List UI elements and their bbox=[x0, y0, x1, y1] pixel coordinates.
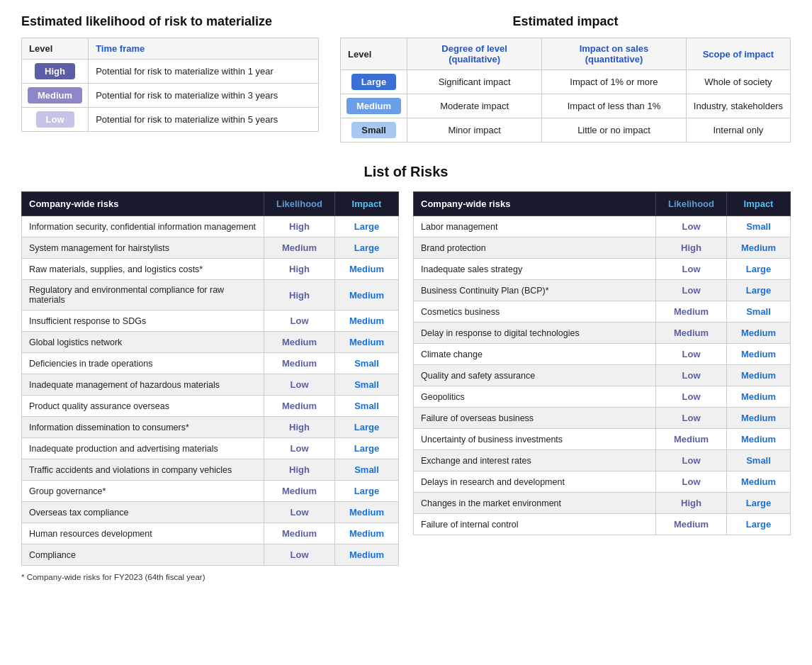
right-risk-likelihood: Medium bbox=[656, 301, 727, 323]
right-risk-name: Geopolitics bbox=[414, 386, 656, 408]
right-risk-row: Geopolitics Low Medium bbox=[414, 386, 791, 408]
left-risk-likelihood: Low bbox=[264, 544, 335, 566]
right-risk-name: Failure of internal control bbox=[414, 514, 656, 535]
left-risk-likelihood: Medium bbox=[264, 481, 335, 502]
right-risk-impact: Medium bbox=[727, 408, 791, 429]
left-risk-name: Global logistics network bbox=[22, 332, 264, 353]
likelihood-row: Low Potential for risk to materialize wi… bbox=[22, 108, 319, 132]
left-risk-impact: Large bbox=[335, 238, 399, 259]
impact-degree: Minor impact bbox=[407, 118, 542, 142]
right-risk-row: Failure of overseas business Low Medium bbox=[414, 408, 791, 429]
impact-scope: Internal only bbox=[686, 118, 790, 142]
right-risk-likelihood: Low bbox=[656, 344, 727, 365]
left-risk-impact: Small bbox=[335, 374, 399, 396]
left-risk-name: Raw materials, supplies, and logistics c… bbox=[22, 259, 264, 280]
right-risk-name: Brand protection bbox=[414, 238, 656, 259]
risks-left-table: Company-wide risks Likelihood Impact Inf… bbox=[21, 191, 399, 566]
right-risk-row: Brand protection High Medium bbox=[414, 238, 791, 259]
left-risk-impact: Small bbox=[335, 396, 399, 417]
right-risk-row: Delays in research and development Low M… bbox=[414, 471, 791, 493]
risks-right-table-container: Company-wide risks Likelihood Impact Lab… bbox=[413, 191, 791, 566]
left-risk-row: Information dissemination to consumers* … bbox=[22, 417, 399, 438]
list-of-risks-section: List of Risks Company-wide risks Likelih… bbox=[21, 164, 791, 581]
impact-col-degree: Degree of level (qualitative) bbox=[407, 38, 542, 70]
impact-col-sales: Impact on sales (quantitative) bbox=[542, 38, 687, 70]
likelihood-row: High Potential for risk to materialize w… bbox=[22, 60, 319, 84]
left-risk-name: Regulatory and environmental compliance … bbox=[22, 280, 264, 311]
risks-heading: List of Risks bbox=[21, 164, 791, 180]
left-risk-name: Overseas tax compliance bbox=[22, 502, 264, 523]
risks-tables-wrapper: Company-wide risks Likelihood Impact Inf… bbox=[21, 191, 791, 566]
right-risk-name: Uncertainty of business investments bbox=[414, 429, 656, 450]
right-risk-likelihood: Low bbox=[656, 365, 727, 386]
right-risk-likelihood: Medium bbox=[656, 514, 727, 535]
left-risk-likelihood: Medium bbox=[264, 238, 335, 259]
right-risk-row: Delay in response to digital technologie… bbox=[414, 323, 791, 344]
left-risk-impact: Large bbox=[335, 417, 399, 438]
left-risk-likelihood: Medium bbox=[264, 353, 335, 374]
right-risk-likelihood: Low bbox=[656, 450, 727, 471]
impact-degree: Moderate impact bbox=[407, 94, 542, 118]
left-risk-row: Human resources development Medium Mediu… bbox=[22, 523, 399, 544]
left-risk-name: System management for hairstylists bbox=[22, 238, 264, 259]
left-risk-impact: Medium bbox=[335, 544, 399, 566]
right-col-likelihood: Likelihood bbox=[656, 192, 727, 216]
left-risk-name: Traffic accidents and violations in comp… bbox=[22, 459, 264, 481]
right-risk-row: Labor management Low Small bbox=[414, 216, 791, 238]
left-risk-likelihood: High bbox=[264, 216, 335, 238]
right-risk-likelihood: Low bbox=[656, 280, 727, 301]
likelihood-timeframe: Potential for risk to materialize within… bbox=[89, 108, 319, 132]
left-risk-impact: Small bbox=[335, 353, 399, 374]
impact-row: Small Minor impact Little or no impact I… bbox=[341, 118, 791, 142]
left-col-risk: Company-wide risks bbox=[22, 192, 264, 216]
left-risk-likelihood: Low bbox=[264, 502, 335, 523]
right-risk-likelihood: Low bbox=[656, 216, 727, 238]
right-risk-row: Inadequate sales strategy Low Large bbox=[414, 259, 791, 280]
right-risk-name: Inadequate sales strategy bbox=[414, 259, 656, 280]
right-risk-name: Labor management bbox=[414, 216, 656, 238]
impact-col-scope: Scope of impact bbox=[686, 38, 790, 70]
left-risk-impact: Medium bbox=[335, 332, 399, 353]
left-risk-impact: Medium bbox=[335, 280, 399, 311]
left-risk-row: Insufficient response to SDGs Low Medium bbox=[22, 311, 399, 332]
left-risk-impact: Large bbox=[335, 216, 399, 238]
impact-degree: Significant impact bbox=[407, 70, 542, 94]
right-risk-likelihood: Medium bbox=[656, 323, 727, 344]
left-risk-likelihood: Medium bbox=[264, 332, 335, 353]
left-risk-row: Overseas tax compliance Low Medium bbox=[22, 502, 399, 523]
right-risk-likelihood: Low bbox=[656, 471, 727, 493]
left-col-likelihood: Likelihood bbox=[264, 192, 335, 216]
right-risk-row: Uncertainty of business investments Medi… bbox=[414, 429, 791, 450]
likelihood-section: Estimated likelihood of risk to material… bbox=[21, 14, 319, 142]
left-risk-row: System management for hairstylists Mediu… bbox=[22, 238, 399, 259]
left-risk-impact: Small bbox=[335, 459, 399, 481]
impact-section: Estimated impact Level Degree of level (… bbox=[340, 14, 791, 142]
impact-scope: Whole of society bbox=[686, 70, 790, 94]
right-risk-row: Climate change Low Medium bbox=[414, 344, 791, 365]
right-risk-impact: Small bbox=[727, 450, 791, 471]
left-risk-name: Product quality assurance overseas bbox=[22, 396, 264, 417]
right-risk-name: Quality and safety assurance bbox=[414, 365, 656, 386]
right-risk-impact: Medium bbox=[727, 238, 791, 259]
left-risk-likelihood: High bbox=[264, 459, 335, 481]
left-col-impact: Impact bbox=[335, 192, 399, 216]
right-col-risk: Company-wide risks bbox=[414, 192, 656, 216]
right-risk-likelihood: High bbox=[656, 493, 727, 514]
right-risk-impact: Large bbox=[727, 514, 791, 535]
right-risk-impact: Medium bbox=[727, 323, 791, 344]
footnote: * Company-wide risks for FY2023 (64th fi… bbox=[21, 573, 791, 581]
left-risk-name: Information dissemination to consumers* bbox=[22, 417, 264, 438]
left-risk-impact: Medium bbox=[335, 523, 399, 544]
likelihood-col-level: Level bbox=[22, 38, 89, 60]
right-risk-name: Exchange and interest rates bbox=[414, 450, 656, 471]
impact-sales: Little or no impact bbox=[542, 118, 687, 142]
left-risk-name: Information security, confidential infor… bbox=[22, 216, 264, 238]
right-risk-impact: Medium bbox=[727, 429, 791, 450]
right-risk-impact: Large bbox=[727, 259, 791, 280]
left-risk-likelihood: Low bbox=[264, 374, 335, 396]
impact-scope: Industry, stakeholders bbox=[686, 94, 790, 118]
right-risk-likelihood: Low bbox=[656, 259, 727, 280]
left-risk-impact: Large bbox=[335, 438, 399, 459]
left-risk-row: Group governance* Medium Large bbox=[22, 481, 399, 502]
left-risk-row: Regulatory and environmental compliance … bbox=[22, 280, 399, 311]
